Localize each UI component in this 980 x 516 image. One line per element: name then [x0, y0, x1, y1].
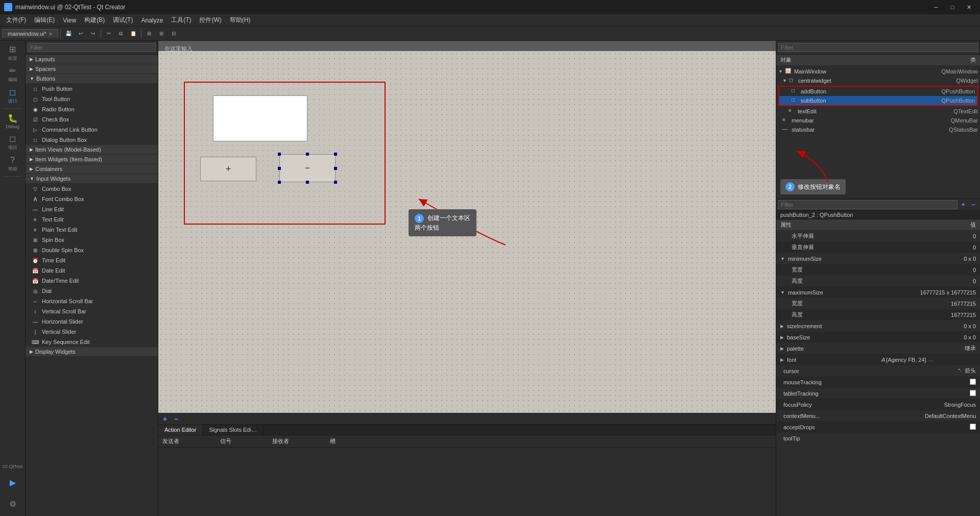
menu-item-f[interactable]: 文件(F) [2, 15, 30, 26]
file-tab-close[interactable]: ✕ [49, 31, 53, 37]
font-expand[interactable]: ▶ [780, 357, 784, 362]
widget-check-box[interactable]: ☑ Check Box [26, 114, 158, 125]
prop-v-stretch-value[interactable]: 0 [884, 244, 976, 251]
tb-undo-button[interactable]: ↩ [75, 28, 86, 39]
widget-font-combo-box[interactable]: A Font Combo Box [26, 194, 158, 204]
obj-row-statusbar[interactable]: — statusbar QStatusBar [776, 125, 980, 134]
menu-item-t[interactable]: 工具(T) [167, 15, 195, 26]
obj-row-textedit[interactable]: ≡ textEdit QTextEdit [776, 107, 980, 116]
action-welcome[interactable]: ⊞ 欢迎 [3, 43, 23, 63]
action-help[interactable]: ? 帮助 [3, 154, 23, 174]
prop-add-button[interactable]: + [959, 200, 968, 209]
widget-line-edit[interactable]: — Line Edit [26, 204, 158, 214]
action-design[interactable]: ◻ 设计 [3, 86, 23, 106]
sidebar-filter-input[interactable] [28, 43, 156, 52]
action-debug-run[interactable]: ⚙ [3, 494, 23, 514]
action-debug[interactable]: 🐛 Debug [3, 111, 23, 131]
obj-row-centralwidget[interactable]: ▼ ◻ centralwidget QWidget [776, 76, 980, 85]
category-item-views[interactable]: ▶ Item Views (Model-Based) [26, 145, 158, 155]
base-size-expand[interactable]: ▶ [780, 335, 784, 340]
obj-filter-input[interactable] [778, 43, 978, 52]
size-inc-expand[interactable]: ▶ [780, 324, 784, 329]
font-btn-dots[interactable]: … [927, 357, 935, 362]
prop-h-stretch-value[interactable]: 0 [884, 233, 976, 239]
widget-push-button[interactable]: □ Push Button [26, 84, 158, 94]
restore-button[interactable]: □ [945, 2, 960, 12]
menu-item-b[interactable]: 构建(B) [80, 15, 109, 26]
prop-cursor-value[interactable]: ↖ 箭头 [880, 367, 976, 375]
prop-size-inc-value[interactable]: 0 x 0 [881, 323, 976, 329]
prop-remove-button[interactable]: − [969, 200, 978, 209]
widget-h-slider[interactable]: — Horizontal Slider [26, 316, 158, 327]
category-input-widgets[interactable]: ▼ Input Widgets [26, 174, 158, 184]
plus-button-widget[interactable]: + [200, 157, 256, 181]
action-edit[interactable]: ✏ 编辑 [3, 64, 23, 85]
tb-paste-button[interactable]: 📋 [128, 28, 139, 39]
widget-combo-box[interactable]: ▽ Combo Box [26, 184, 158, 194]
menu-item-analyze[interactable]: Analyze [137, 16, 167, 25]
widget-radio-button[interactable]: ◉ Radio Button [26, 104, 158, 114]
obj-row-subbutton[interactable]: □ subButton QPushButton [779, 96, 977, 105]
widget-command-link-button[interactable]: ▷ Command Link Button [26, 125, 158, 135]
tab-action-editor[interactable]: Action Editor [158, 425, 203, 435]
category-layouts[interactable]: ▶ Layouts [26, 55, 158, 64]
prop-max-width-value[interactable]: 16777215 [884, 301, 976, 307]
file-tab[interactable]: mainwindow.ui* ✕ [2, 29, 58, 38]
prop-max-size-value[interactable]: 16777215 x 16777215 [882, 289, 976, 296]
prop-focus-policy-value[interactable]: StrongFocus [880, 402, 976, 408]
category-item-widgets[interactable]: ▶ Item Widgets (Item-Based) [26, 155, 158, 164]
tb-layout-button[interactable]: ⊟ [168, 28, 179, 39]
tb-align-left-button[interactable]: ⊞ [144, 28, 155, 39]
widget-plain-text-edit[interactable]: ≡ Plain Text Edit [26, 225, 158, 235]
tb-redo-button[interactable]: ↪ [87, 28, 99, 39]
category-display-widgets[interactable]: ▶ Display Widgets [26, 347, 158, 357]
min-size-expand[interactable]: ▼ [780, 256, 785, 261]
text-area-widget[interactable] [213, 95, 307, 141]
widget-double-spin-box[interactable]: ⊞ Double Spin Box [26, 245, 158, 255]
category-containers[interactable]: ▶ Containers [26, 164, 158, 174]
prop-filter-input[interactable] [778, 200, 958, 209]
menu-item-h[interactable]: 帮助(H) [226, 15, 255, 26]
tb-align-right-button[interactable]: ⊞ [156, 28, 167, 39]
prop-min-width-value[interactable]: 0 [884, 267, 976, 273]
menu-item-w[interactable]: 控件(W) [195, 15, 225, 26]
palette-expand[interactable]: ▶ [780, 346, 784, 351]
tb-save-button[interactable]: 💾 [63, 28, 74, 39]
prop-accept-drops-value[interactable] [880, 424, 976, 431]
minimize-button[interactable]: ─ [929, 2, 943, 12]
prop-tablet-tracking-value[interactable] [880, 390, 976, 397]
max-size-expand[interactable]: ▼ [780, 290, 785, 295]
category-buttons[interactable]: ▼ Buttons [26, 74, 158, 84]
prop-context-menu-value[interactable]: DefaultContextMenu [880, 413, 976, 419]
tablet-tracking-checkbox[interactable] [970, 390, 976, 396]
menu-item-e[interactable]: 编辑(E) [30, 15, 59, 26]
close-button[interactable]: ✕ [962, 2, 976, 12]
widget-dialog-button-box[interactable]: □ Dialog Button Box [26, 135, 158, 145]
canvas-grid[interactable]: + [158, 51, 776, 424]
remove-widget-button[interactable]: − [172, 414, 181, 424]
widget-date-edit[interactable]: 📅 Date Edit [26, 265, 158, 276]
prop-mouse-tracking-value[interactable] [880, 379, 976, 386]
widget-tool-button[interactable]: ◻ Tool Button [26, 94, 158, 104]
tb-copy-button[interactable]: ⧉ [115, 28, 127, 39]
prop-palette-value[interactable]: 继承 [881, 345, 976, 352]
red-border-widget[interactable]: + [184, 82, 386, 225]
prop-min-height-value[interactable]: 0 [884, 278, 976, 284]
add-widget-button[interactable]: + [160, 414, 170, 424]
action-project[interactable]: ◻ 项目 [3, 132, 23, 153]
widget-dial[interactable]: ◎ Dial [26, 286, 158, 296]
widget-v-scroll[interactable]: ↕ Vertical Scroll Bar [26, 306, 158, 316]
obj-row-addbutton[interactable]: □ addButton QPushButton [779, 87, 977, 96]
widget-h-scroll[interactable]: ↔ Horizontal Scroll Bar [26, 296, 158, 306]
widget-v-slider[interactable]: | Vertical Slider [26, 327, 158, 337]
prop-min-size-value[interactable]: 0 x 0 [882, 256, 976, 262]
tb-cut-button[interactable]: ✂ [103, 28, 114, 39]
category-spacers[interactable]: ▶ Spacers [26, 64, 158, 74]
design-area[interactable]: 在这里输入 + [158, 41, 776, 516]
obj-row-mainwindow[interactable]: ▼ 🪟 MainWindow QMainWindow [776, 67, 980, 76]
menu-item-t[interactable]: 调试(T) [109, 15, 137, 26]
mouse-tracking-checkbox[interactable] [970, 379, 976, 385]
minus-button-widget[interactable]: − [279, 154, 336, 182]
prop-base-size-value[interactable]: 0 x 0 [881, 334, 976, 340]
widget-key-sequence[interactable]: ⌨ Key Sequence Edit [26, 337, 158, 347]
